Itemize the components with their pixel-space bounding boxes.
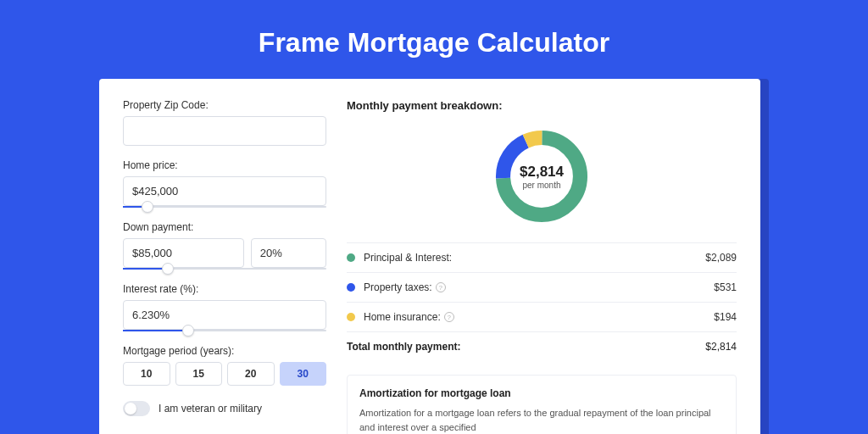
zip-label: Property Zip Code:	[123, 99, 326, 111]
amortization-title: Amortization for mortgage loan	[359, 387, 724, 399]
donut-amount: $2,814	[520, 164, 564, 181]
line-item-principal: Principal & Interest: $2,089	[347, 242, 737, 272]
interest-rate-label: Interest rate (%):	[123, 283, 326, 295]
period-label: Mortgage period (years):	[123, 345, 326, 357]
page-title: Frame Mortgage Calculator	[0, 0, 868, 79]
breakdown-title: Monthly payment breakdown:	[347, 99, 737, 112]
period-option-30[interactable]: 30	[280, 362, 327, 386]
home-price-input[interactable]	[123, 176, 326, 206]
interest-rate-input[interactable]	[123, 300, 326, 330]
down-payment-field: Down payment:	[123, 221, 326, 270]
period-option-20[interactable]: 20	[227, 362, 275, 386]
home-price-label: Home price:	[123, 159, 326, 171]
home-price-field: Home price:	[123, 159, 326, 208]
veteran-toggle[interactable]	[123, 401, 150, 416]
help-icon[interactable]: ?	[444, 312, 454, 322]
card-shadow: Property Zip Code: Home price: Down paym…	[99, 79, 769, 434]
zip-field: Property Zip Code:	[123, 99, 326, 146]
line-label-text: Home insurance:	[364, 311, 441, 323]
line-item-insurance: Home insurance: ? $194	[347, 302, 737, 331]
form-column: Property Zip Code: Home price: Down paym…	[123, 99, 326, 434]
line-label: Home insurance: ?	[364, 311, 714, 323]
total-value: $2,814	[705, 341, 737, 353]
total-label: Total monthly payment:	[347, 341, 705, 353]
line-value: $194	[714, 311, 737, 323]
down-payment-slider[interactable]	[123, 268, 326, 270]
down-payment-amount-input[interactable]	[123, 238, 244, 268]
dot-icon	[347, 283, 355, 292]
slider-thumb[interactable]	[142, 201, 153, 213]
zip-input[interactable]	[123, 116, 326, 146]
line-value: $2,089	[705, 252, 737, 264]
veteran-toggle-row: I am veteran or military	[123, 401, 326, 416]
amortization-text: Amortization for a mortgage loan refers …	[359, 406, 724, 434]
period-buttons: 10 15 20 30	[123, 362, 326, 386]
donut-sub: per month	[520, 181, 564, 190]
period-option-10[interactable]: 10	[123, 362, 170, 386]
period-option-15[interactable]: 15	[175, 362, 223, 386]
dot-icon	[347, 313, 355, 321]
line-value: $531	[714, 281, 737, 293]
amortization-box: Amortization for mortgage loan Amortizat…	[347, 375, 737, 434]
dot-icon	[347, 253, 355, 262]
line-item-taxes: Property taxes: ? $531	[347, 272, 737, 302]
calculator-card: Property Zip Code: Home price: Down paym…	[99, 79, 760, 434]
breakdown-column: Monthly payment breakdown: $2,814 per mo…	[347, 99, 737, 434]
down-payment-percent-input[interactable]	[251, 238, 326, 268]
donut-center: $2,814 per month	[520, 164, 564, 190]
slider-thumb[interactable]	[162, 263, 174, 275]
donut-chart-wrap: $2,814 per month	[347, 120, 737, 242]
line-label-text: Property taxes:	[364, 281, 432, 293]
interest-rate-slider[interactable]	[123, 330, 326, 331]
slider-thumb[interactable]	[182, 325, 194, 337]
total-row: Total monthly payment: $2,814	[347, 331, 737, 361]
donut-chart: $2,814 per month	[491, 125, 593, 227]
down-payment-label: Down payment:	[123, 221, 326, 233]
toggle-knob	[125, 403, 136, 415]
interest-rate-field: Interest rate (%):	[123, 283, 326, 331]
home-price-slider[interactable]	[123, 206, 326, 208]
line-label: Principal & Interest:	[364, 252, 705, 264]
veteran-toggle-label: I am veteran or military	[159, 403, 262, 415]
period-field: Mortgage period (years): 10 15 20 30	[123, 345, 326, 386]
line-label: Property taxes: ?	[364, 281, 714, 293]
help-icon[interactable]: ?	[436, 282, 446, 292]
